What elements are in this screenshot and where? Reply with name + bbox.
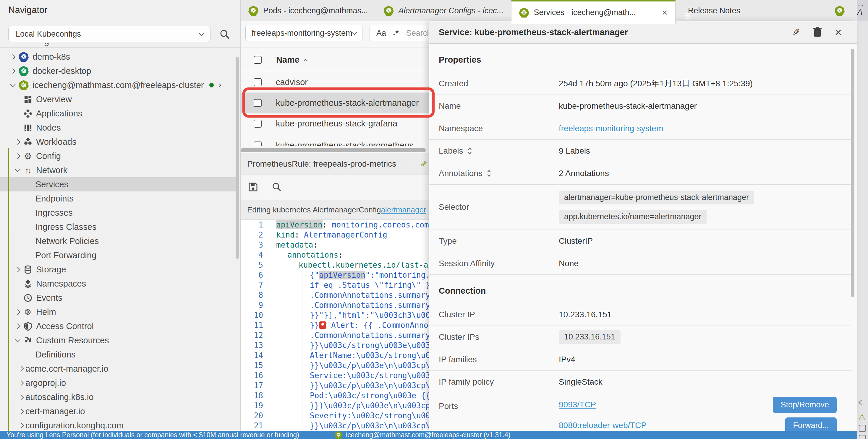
sidebar-item[interactable]: Overview <box>0 92 241 106</box>
sidebar-item[interactable]: Events <box>0 291 241 305</box>
sidebar-item[interactable]: Endpoints <box>0 192 241 206</box>
sort-asc-icon[interactable] <box>304 59 307 63</box>
sidebar-item[interactable]: argoproj.io <box>0 376 241 390</box>
table-row[interactable]: kube-prometheus-stack-alertmanager <box>241 93 429 113</box>
row-checkbox[interactable] <box>254 120 261 128</box>
editor-line[interactable]: 3 metadata: <box>241 240 429 250</box>
expand-chevron-icon[interactable] <box>13 140 22 144</box>
horizontal-scrollbar[interactable] <box>241 148 426 152</box>
regex-toggle[interactable]: ▪* <box>393 28 399 39</box>
sidebar-item[interactable]: ☸ demo-k8s <box>0 49 241 64</box>
row-checkbox[interactable] <box>254 99 261 107</box>
editor-line[interactable]: 8 .CommonAnnotations.summary }}\ <box>241 290 429 300</box>
editor-line[interactable]: 2 kind: AlertmanagerConfig <box>241 230 429 240</box>
row-checkbox[interactable] <box>254 141 261 146</box>
editor-line[interactable]: 12 .CommonAnnotations.summary }}\ <box>241 330 429 340</box>
table-row[interactable]: kube-prometheus-stack-grafana <box>241 113 429 134</box>
active-cluster-status[interactable]: ☸ icecheng@mathmast.com@freeleaps-cluste… <box>335 431 510 439</box>
editor-line[interactable]: 6 {"apiVersion":"monitoring.core <box>241 270 429 280</box>
expand-chevron-icon[interactable] <box>13 169 22 171</box>
editor-line[interactable]: 9 .CommonAnnotations.summary }}\ <box>241 300 429 310</box>
editor-line[interactable]: 14 AlertName:\u003c/strong\u003e <box>241 350 429 361</box>
sidebar-item[interactable]: cert-manager.io <box>0 404 241 418</box>
sidebar-scrollbar[interactable] <box>236 57 239 259</box>
editor-line[interactable]: 15 }}\u003c/p\u003e\n\u003cp\u003 <box>241 361 429 370</box>
editor-widget-icon[interactable] <box>859 435 866 439</box>
sidebar-item[interactable]: Access Control <box>0 319 241 333</box>
expand-chevron-icon[interactable] <box>17 395 25 399</box>
editor-line[interactable]: 21 }}\u003c/p\u003e\n\u003cp\u003 <box>241 421 429 431</box>
editor-search-icon[interactable] <box>272 182 282 193</box>
expand-chevron-icon[interactable] <box>8 84 17 86</box>
edit-icon[interactable]: ✎ <box>792 27 800 38</box>
port-link[interactable]: 8080:reloader-web/TCP <box>559 421 647 430</box>
editor-line[interactable]: 1 apiVersion: monitoring.coreos.com/v1 <box>241 220 429 230</box>
editor-line[interactable]: 18 Pod:\u003c/strong\u003e {{ .Co <box>241 391 429 401</box>
sidebar-item[interactable]: Namespaces <box>0 276 241 291</box>
tab[interactable]: ☸ Alertmanager Configs - icec... <box>376 0 512 21</box>
expand-chevron-icon[interactable] <box>17 367 25 371</box>
table-row[interactable]: cadvisor <box>241 72 429 93</box>
tab-close-icon[interactable]: × <box>662 7 668 18</box>
expand-chevron-icon[interactable] <box>17 409 25 413</box>
editing-resource-link[interactable]: alertmanager <box>381 205 426 214</box>
sidebar-item[interactable]: ☸ icecheng@mathmast.com@freeleaps-cluste… <box>0 78 241 92</box>
case-sensitive-toggle[interactable]: Aa <box>376 29 386 38</box>
tab[interactable]: ☸ <box>824 0 857 21</box>
stop-remove-button[interactable]: Stop/Remove <box>773 397 837 413</box>
expand-chevron-icon[interactable] <box>13 325 22 328</box>
sidebar-item[interactable]: acme.cert-manager.io <box>0 362 241 376</box>
editor-line[interactable]: 20 Severity:\u003c/strong\u003e { <box>241 411 429 421</box>
sidebar-item[interactable]: Definitions <box>0 347 241 362</box>
sidebar-item[interactable]: Workloads <box>0 135 241 149</box>
expand-chevron-icon[interactable] <box>13 154 22 158</box>
expand-collapse-icon[interactable] <box>467 147 472 155</box>
expand-chevron-icon[interactable] <box>8 55 17 59</box>
row-checkbox[interactable] <box>254 78 261 86</box>
chevron-left-icon[interactable] <box>859 400 864 405</box>
editor-line[interactable]: 4 annotations: <box>241 250 429 260</box>
search-box[interactable]: Aa ▪* Search <box>370 25 429 41</box>
expand-chevron-icon[interactable] <box>8 69 17 73</box>
tab[interactable]: Release Notes <box>676 0 824 21</box>
kubeconfig-selector[interactable]: Local Kubeconfigs <box>8 26 211 42</box>
drawer-scrollbar[interactable] <box>851 49 855 297</box>
sidebar-item[interactable]: Nodes <box>0 121 241 135</box>
sidebar-item[interactable]: Custom Resources <box>0 333 241 347</box>
editor-line[interactable]: 7 if eq .Status \"firing\" }} <box>241 280 429 290</box>
name-column-header[interactable]: Name <box>276 55 300 65</box>
expand-chevron-icon[interactable] <box>13 339 22 341</box>
editor-line[interactable]: 19 }})\u003c/p\u003e\n\u003cp\u00 <box>241 401 429 411</box>
sidebar-item[interactable]: Ingress Classes <box>0 220 241 234</box>
sidebar-item[interactable]: autoscaling.k8s.io <box>0 390 241 404</box>
sidebar-item[interactable]: ⚙ Config <box>0 149 241 163</box>
forward-button[interactable]: Forward... <box>785 417 837 431</box>
expand-chevron-icon[interactable] <box>13 268 22 271</box>
port-link[interactable]: 9093/TCP <box>559 400 596 409</box>
expand-chevron-icon[interactable] <box>13 310 22 314</box>
search-icon[interactable] <box>219 29 230 41</box>
editor-line[interactable]: 11 }} Alert: {{ .CommonAnnotati <box>241 320 429 330</box>
editor-line[interactable]: 5 kubectl.kubernetes.io/last-appli <box>241 260 429 270</box>
sidebar-item[interactable]: Network Policies <box>0 234 241 248</box>
close-icon[interactable]: × <box>835 26 842 39</box>
save-icon[interactable] <box>248 182 258 194</box>
editor-line[interactable]: 10 }}"}],"html":"\u003ch3\u003e\u <box>241 310 429 320</box>
namespace-selector[interactable]: freeleaps-monitoring-system <box>245 25 363 41</box>
sidebar-item[interactable]: Storage <box>0 262 241 276</box>
sidebar-item[interactable]: ↑↓ Network <box>0 163 241 177</box>
tab[interactable]: ☸ Pods - icecheng@mathmas... <box>241 0 376 21</box>
delete-icon[interactable] <box>813 27 822 38</box>
sidebar-item[interactable]: Applications <box>0 106 241 121</box>
yaml-editor[interactable]: 1 apiVersion: monitoring.coreos.com/v1 2… <box>241 220 429 431</box>
tab[interactable]: ☸ Services - icecheng@math... × <box>512 0 676 24</box>
editor-line[interactable]: 16 Service:\u003c/strong\u003e {{ <box>241 370 429 380</box>
editor-line[interactable]: 17 }}\u003c/p\u003e\n\u003cp\u003 <box>241 380 429 391</box>
sidebar-item[interactable]: ☸ Helm <box>0 305 241 319</box>
sidebar-item[interactable]: configuration.konghq.com <box>0 418 241 431</box>
dock-tab[interactable]: PrometheusRule: freepeals-prod-metrics ✎ <box>241 153 429 175</box>
sidebar-item[interactable]: ☸ docker-desktop <box>0 64 241 78</box>
sidebar-item[interactable]: Services <box>0 177 237 192</box>
editor-widget-icon[interactable] <box>859 425 866 432</box>
table-row[interactable]: kube-prometheus-stack-prometheus <box>241 134 429 146</box>
